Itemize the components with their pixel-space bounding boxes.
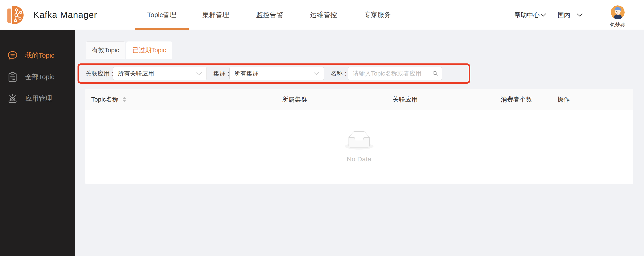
sidebar-item-label: 我的Topic <box>25 51 54 60</box>
tab-valid-topic[interactable]: 有效Topic <box>86 41 125 59</box>
top-navigation: Topic管理 集群管理 监控告警 运维管控 专家服务 <box>135 0 404 30</box>
caret-up-icon <box>122 97 126 99</box>
filter-name-label: 名称： <box>330 67 349 80</box>
main-content: 有效Topic 已过期Topic 关联应用： 所有关联应用 集群： 所有集群 名… <box>75 30 644 256</box>
sidebar-item-label: 应用管理 <box>25 94 52 103</box>
app-select[interactable]: 所有关联应用 <box>113 67 207 80</box>
column-header-cluster: 所属集群 <box>282 89 307 110</box>
cluster-select-value: 所有集群 <box>234 70 258 78</box>
nav-item-expert-service[interactable]: 专家服务 <box>350 0 404 30</box>
sidebar-item-app-manage[interactable]: 应用管理 <box>0 88 75 109</box>
alarm-lamp-icon <box>7 93 18 104</box>
app-title: Kafka Manager <box>33 0 97 30</box>
column-header-app: 关联应用 <box>392 89 418 110</box>
empty-state: No Data <box>85 110 633 184</box>
sidebar-item-all-topic[interactable]: 全部Topic <box>0 66 75 88</box>
nav-item-monitor-alert[interactable]: 监控告警 <box>243 0 296 30</box>
help-center-menu[interactable]: 帮助中心 <box>514 0 546 30</box>
filter-cluster-label: 集群： <box>213 67 232 80</box>
table-header-row: Topic名称 所属集群 关联应用 消费者个数 操作 <box>85 89 633 110</box>
clipboard-icon <box>7 72 18 82</box>
chevron-down-icon <box>576 13 583 17</box>
topic-state-tabs: 有效Topic 已过期Topic <box>86 41 172 59</box>
chevron-down-icon <box>540 13 546 17</box>
user-menu[interactable]: 包梦婷 <box>608 0 627 30</box>
nav-item-cluster-manage[interactable]: 集群管理 <box>189 0 243 30</box>
cluster-select[interactable]: 所有集群 <box>230 67 324 80</box>
nav-item-ops-control[interactable]: 运维管控 <box>296 0 350 30</box>
search-icon[interactable] <box>432 70 438 77</box>
name-search-input[interactable] <box>353 70 432 77</box>
sidebar-item-my-topic[interactable]: 我的Topic <box>0 45 75 66</box>
user-name: 包梦婷 <box>608 21 627 28</box>
column-header-actions: 操作 <box>557 89 570 110</box>
region-selector[interactable]: 国内 <box>558 0 583 30</box>
no-data-text: No Data <box>347 155 372 163</box>
chat-bubble-icon <box>7 50 18 61</box>
kafka-manager-app: Kafka Manager Topic管理 集群管理 监控告警 运维管控 专家服… <box>0 0 644 256</box>
sidebar-item-label: 全部Topic <box>25 72 54 82</box>
top-header: Kafka Manager Topic管理 集群管理 监控告警 运维管控 专家服… <box>0 0 644 30</box>
avatar[interactable] <box>611 5 625 19</box>
chevron-down-icon <box>196 72 202 75</box>
tab-expired-topic[interactable]: 已过期Topic <box>126 41 172 59</box>
app-select-value: 所有关联应用 <box>118 70 154 78</box>
caret-down-icon <box>122 100 126 102</box>
sort-carets-icon[interactable] <box>122 97 126 102</box>
region-label: 国内 <box>558 11 570 19</box>
empty-box-icon <box>345 131 374 149</box>
help-center-label: 帮助中心 <box>514 11 540 19</box>
name-search-box <box>348 67 442 80</box>
topics-table: Topic名称 所属集群 关联应用 消费者个数 操作 <box>85 89 633 184</box>
logo-icon <box>7 5 26 25</box>
chevron-down-icon <box>314 72 319 75</box>
nav-item-topic-manage[interactable]: Topic管理 <box>135 0 189 30</box>
column-header-topic-name[interactable]: Topic名称 <box>91 89 126 110</box>
filter-app-label: 关联应用： <box>86 67 116 80</box>
column-header-consumer-count: 消费者个数 <box>501 89 532 110</box>
sidebar: 我的Topic 全部Topic 应用管理 <box>0 30 75 256</box>
